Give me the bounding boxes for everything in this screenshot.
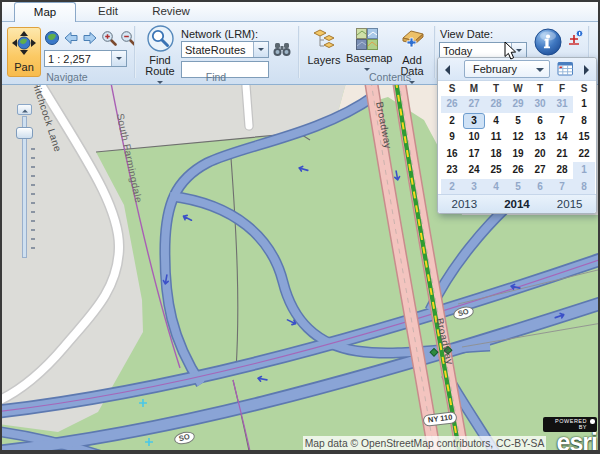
contents-group-label: Contents <box>330 71 450 83</box>
calendar-day[interactable]: 27 <box>463 96 485 113</box>
scale-combo <box>44 50 127 67</box>
calendar-day[interactable]: 6 <box>529 113 551 130</box>
route-location-tool-icon[interactable] <box>567 30 584 51</box>
calendar-month-dropdown[interactable]: February <box>464 60 550 78</box>
view-date-dropdown-button[interactable] <box>511 43 526 58</box>
calendar-year[interactable]: 2013 <box>452 198 478 210</box>
layers-label: Layers <box>304 55 344 66</box>
calendar-day-header: W <box>507 81 529 96</box>
scale-dropdown-button[interactable] <box>111 51 126 66</box>
navigate-group-label: Navigate <box>7 71 127 83</box>
tab-map[interactable]: Map <box>14 2 76 22</box>
calendar-day[interactable]: 11 <box>485 129 507 146</box>
calendar-day[interactable]: 7 <box>551 179 573 196</box>
calendar-day[interactable]: 18 <box>485 146 507 163</box>
view-date-input[interactable] <box>440 43 511 58</box>
calendar-year[interactable]: 2014 <box>504 198 530 210</box>
calendar-day[interactable]: 12 <box>507 129 529 146</box>
tab-edit[interactable]: Edit <box>78 2 138 22</box>
esri-wordmark: esri <box>543 431 597 453</box>
calendar-day[interactable]: 4 <box>485 179 507 196</box>
layers-button[interactable]: Layers <box>304 28 344 66</box>
calendar-year[interactable]: 2015 <box>557 198 583 210</box>
calendar-day[interactable]: 3 <box>463 179 485 196</box>
next-extent-button[interactable] <box>82 30 98 46</box>
info-button[interactable] <box>533 27 563 61</box>
zoom-in-button[interactable] <box>101 30 117 46</box>
calendar-day[interactable]: 8 <box>573 113 595 130</box>
calendar-day[interactable]: 6 <box>529 179 551 196</box>
network-lrm-label: Network (LRM): <box>181 28 258 40</box>
previous-extent-button[interactable] <box>63 30 79 46</box>
calendar-day[interactable]: 29 <box>507 96 529 113</box>
calendar-day-header: T <box>529 81 551 96</box>
calendar-day-header: S <box>441 81 463 96</box>
calendar-day-header: S <box>573 81 595 96</box>
calendar-day[interactable]: 5 <box>507 113 529 130</box>
tab-review[interactable]: Review <box>140 2 202 22</box>
calendar-day[interactable]: 13 <box>529 129 551 146</box>
group-divider <box>134 26 136 78</box>
calendar-day[interactable]: 19 <box>507 146 529 163</box>
calendar-day[interactable]: 8 <box>573 179 595 196</box>
ribbon-tabbar: Map Edit Review <box>0 0 600 22</box>
calendar-day[interactable]: 28 <box>551 162 573 179</box>
pan-button[interactable]: Pan <box>7 27 41 77</box>
zoom-slider-handle[interactable] <box>16 127 33 139</box>
scale-input[interactable] <box>45 51 111 66</box>
calendar-grid-icon[interactable] <box>557 61 574 81</box>
zoom-slider-up-button[interactable] <box>17 104 32 115</box>
view-date-calendar-popup: February SMTWTFS 26272829303112345678910… <box>437 57 597 214</box>
find-route-magnifier-icon <box>147 42 174 54</box>
calendar-day[interactable]: 30 <box>529 96 551 113</box>
basemap-icon <box>356 40 378 52</box>
calendar-day[interactable]: 1 <box>573 96 595 113</box>
calendar-header: February <box>438 58 596 81</box>
calendar-day[interactable]: 2 <box>441 179 463 196</box>
calendar-day[interactable]: 21 <box>551 146 573 163</box>
full-extent-globe-button[interactable] <box>44 30 60 46</box>
calendar-day[interactable]: 14 <box>551 129 573 146</box>
calendar-day[interactable]: 25 <box>485 162 507 179</box>
calendar-day[interactable]: 26 <box>507 162 529 179</box>
calendar-day[interactable]: 3 <box>463 113 485 130</box>
add-data-icon <box>399 42 425 54</box>
calendar-day[interactable]: 17 <box>463 146 485 163</box>
map-attribution: Map data © OpenStreetMap contributors, C… <box>303 436 546 452</box>
calendar-day[interactable]: 20 <box>529 146 551 163</box>
zoom-slider-ticks <box>31 148 35 250</box>
calendar-day-header: T <box>485 81 507 96</box>
network-combo <box>181 41 269 58</box>
layers-icon <box>312 42 336 54</box>
pan-icon <box>12 41 36 58</box>
calendar-day[interactable]: 31 <box>551 96 573 113</box>
calendar-next-month-button[interactable] <box>584 65 589 75</box>
calendar-day[interactable]: 24 <box>463 162 485 179</box>
event-editor-window: Map Edit Review Pan <box>0 0 600 454</box>
calendar-day-headers: SMTWTFS <box>438 81 596 96</box>
calendar-day[interactable]: 10 <box>463 129 485 146</box>
calendar-day[interactable]: 23 <box>441 162 463 179</box>
calendar-day-header: M <box>463 81 485 96</box>
calendar-prev-month-button[interactable] <box>445 65 450 75</box>
network-dropdown-button[interactable] <box>253 42 268 57</box>
calendar-day[interactable]: 15 <box>573 129 595 146</box>
calendar-day[interactable]: 7 <box>551 113 573 130</box>
calendar-day[interactable]: 1 <box>573 162 595 179</box>
basemap-button[interactable]: Basemap <box>346 28 388 76</box>
zoom-slider <box>16 104 38 264</box>
calendar-day[interactable]: 9 <box>441 129 463 146</box>
calendar-day[interactable]: 27 <box>529 162 551 179</box>
calendar-day[interactable]: 5 <box>507 179 529 196</box>
calendar-day[interactable]: 26 <box>441 96 463 113</box>
calendar-day[interactable]: 4 <box>485 113 507 130</box>
view-date-label: View Date: <box>440 28 493 40</box>
esri-logo: POWERED BY esri <box>543 415 597 453</box>
network-input[interactable] <box>182 42 253 57</box>
calendar-day[interactable]: 28 <box>485 96 507 113</box>
calendar-day[interactable]: 2 <box>441 113 463 130</box>
group-divider <box>434 26 436 78</box>
calendar-day[interactable]: 22 <box>573 146 595 163</box>
search-routes-binoculars-button[interactable] <box>273 42 291 58</box>
calendar-day[interactable]: 16 <box>441 146 463 163</box>
